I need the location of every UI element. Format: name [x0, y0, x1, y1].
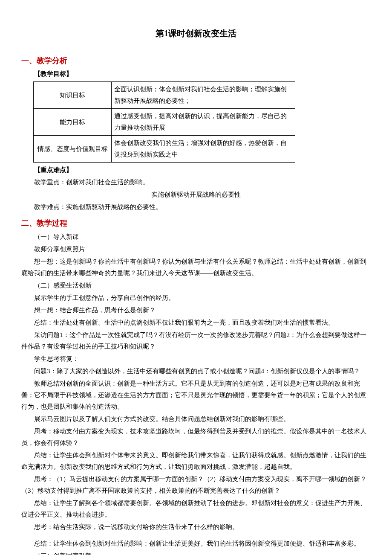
- para-think-questions: 思考：（1）马云提出移动支付的方案属于哪一方面的创新？（2）移动支付由方案变为现…: [21, 474, 371, 497]
- cell-emotion-label: 情感、态度与价值观目标: [34, 136, 112, 163]
- section2-heading: 二、教学过程: [21, 216, 371, 230]
- para-think-life: 思考：结合生活实际，说一说移动支付给你的生活带来了什么样的影响。: [21, 521, 371, 533]
- para-summary-life: 总结：让学生体会到创新对生活的影响：创新让生活更美好。我们的生活将因创新变得更加…: [21, 538, 371, 549]
- para-sub-2: （二）感受生活创新: [21, 280, 371, 291]
- para-summary-fields: 总结：让学生了解到各个领域都需要创新。各领域的创新推动了社会的进步。即创新对社会…: [21, 497, 371, 520]
- keypoints-label: 【重点难点】: [21, 164, 371, 176]
- para-think-mobile: 思考：移动支付由方案变为现实，技术攻坚道路坎坷，但最终得到普及并受到人们的推崇。…: [21, 426, 371, 449]
- difficulty-line: 教学难点：实施创新驱动开展战略的必要性。: [21, 201, 371, 213]
- para-mayun: 展示马云图片以及了解人们支付方式的改变。结合具体问题总结创新对我们的影响有哪些。: [21, 413, 371, 425]
- spacer: [21, 534, 371, 537]
- cell-ability-content: 通过感受创新，提高对创新的认识，提高创新能力，尽自己的力量推动创新开展: [112, 109, 295, 136]
- cell-ability-label: 能力目标: [34, 109, 112, 136]
- objectives-label: 【教学目标】: [21, 68, 371, 80]
- table-row: 能力目标 通过感受创新，提高对创新的认识，提高创新能力，尽自己的力量推动创新开展: [34, 109, 295, 136]
- table-row: 知识目标 全面认识创新；体会创新对我们社会生活的影响；理解实施创新驱动开展战略的…: [34, 82, 295, 109]
- keypoint-line: 教学重点：创新对我们社会生活的影响。: [21, 177, 371, 188]
- para-question-34: 问题3：除了大家的小创造以外，生活中还有哪些有创意的点子或小创造呢？问题4：创新…: [21, 366, 371, 377]
- para-summary-individual: 总结：让学生体会到创新对个体带来的意义。即创新给我们带来惊喜，让我们获得成就感。…: [21, 450, 371, 473]
- para-show-works: 展示学生的手工创意作品，分享自己创作的经历。: [21, 292, 371, 304]
- cell-knowledge-content: 全面认识创新；体会创新对我们社会生活的影响；理解实施创新驱动开展战略的必要性；: [112, 82, 295, 109]
- table-row: 情感、态度与价值观目标 体会创新改变我们的生活；增强对创新的好感，热爱创新，自觉…: [34, 136, 295, 163]
- para-teacher-summary: 教师总结对创新的全面认识：创新是一种生活方式。它不只是从无到有的创造创造，还可以…: [21, 378, 371, 413]
- para-summary-1: 总结：生活处处有创新。生活中的点滴创新不仅让我们眼前为之一亮，而且改变着我们对生…: [21, 317, 371, 328]
- objectives-table: 知识目标 全面认识创新；体会创新对我们社会生活的影响；理解实施创新驱动开展战略的…: [33, 81, 295, 163]
- cell-knowledge-label: 知识目标: [34, 82, 112, 109]
- para-sub-3: （三）创新国家引擎: [21, 550, 371, 555]
- center-line: 实施创新驱动开展战略的必要性: [21, 189, 371, 200]
- para-intro-2: 教师分享创意照片: [21, 244, 371, 255]
- page-title: 第1课时创新改变生活: [21, 26, 371, 41]
- para-think-1: 想一想：这是创新吗？你的生活中有创新吗？你认为创新与生活有什么关系呢？教师总结：…: [21, 256, 371, 279]
- section1-heading: 一、教学分析: [21, 54, 371, 67]
- para-think-2: 想一想：结合师生作品，思考什么是创新？: [21, 305, 371, 316]
- cell-emotion-content: 体会创新改变我们的生活；增强对创新的好感，热爱创新，自觉投身到创新实践之中: [112, 136, 295, 163]
- para-intro-1: （一）导入新课: [21, 231, 371, 243]
- para-interview-q: 采访问题1：这个作品是一次性就完成了吗？有没有经历一次一次的修改逐步完善呢？问题…: [21, 329, 371, 352]
- para-student-answer: 学生思考答复：: [21, 353, 371, 365]
